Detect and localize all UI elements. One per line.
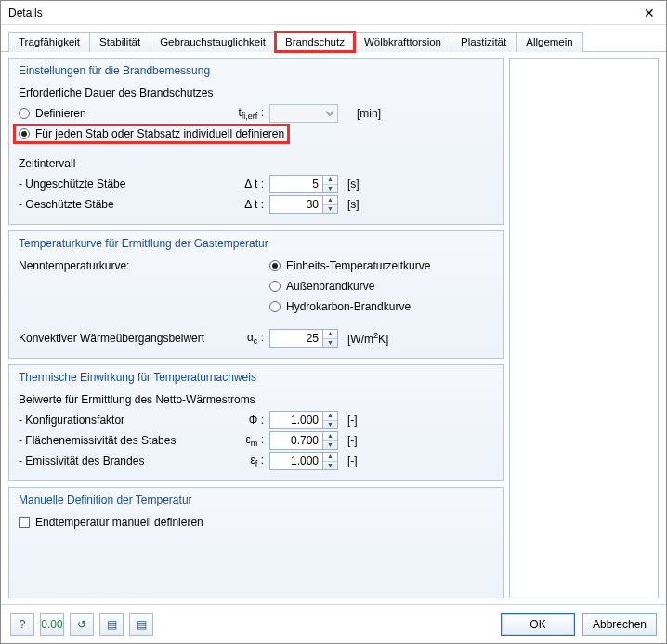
radio-dot-icon [269, 281, 281, 292]
radio-dot-icon [269, 301, 281, 312]
beiwerte-label: Beiwerte für Ermittlung des Netto-Wärmes… [19, 393, 255, 406]
duration-label: Erforderliche Dauer des Brandschutzes [19, 86, 213, 99]
spinner[interactable]: ▲▼ [323, 195, 338, 214]
t-fi-erf-symbol: tfi,erf : [232, 106, 269, 121]
check-endtemperatur[interactable]: Endtemperatur manuell definieren [19, 516, 203, 529]
tab-woelbkrafttorsion[interactable]: Wölbkrafttorsion [354, 32, 451, 52]
ok-button[interactable]: OK [501, 613, 575, 636]
unit-s: [s] [340, 198, 360, 211]
unprotected-label: - Ungeschützte Stäbe [19, 177, 232, 191]
unit-dimless: [-] [340, 454, 358, 467]
radio-aussenbrand[interactable]: Außenbrandkurve [269, 280, 374, 293]
reset-icon[interactable]: ↺ [70, 613, 94, 636]
tab-plastizitaet[interactable]: Plastizität [451, 32, 517, 52]
dt-unprotected-input[interactable] [269, 175, 323, 193]
spinner[interactable]: ▲▼ [323, 431, 338, 450]
checkbox-icon [19, 517, 30, 528]
dt-symbol: Δ t : [232, 198, 269, 211]
close-icon[interactable]: ✕ [638, 4, 660, 22]
radio-definieren[interactable]: Definieren [19, 107, 232, 120]
group-title: Einstellungen für die Brandbemessung [19, 64, 493, 77]
alpha-label: Konvektiver Wärmeübergangsbeiwert [19, 332, 232, 345]
spinner[interactable]: ▲▼ [323, 411, 338, 429]
alpha-input[interactable] [269, 329, 323, 348]
tab-gebrauchstauglichkeit[interactable]: Gebrauchstauglichkeit [150, 32, 276, 52]
interval-label: Zeitintervall [19, 157, 75, 170]
details-dialog: Details ✕ Tragfähigkeit Stabilität Gebra… [0, 0, 667, 644]
protected-label: - Geschützte Stäbe [19, 198, 232, 211]
tab-tragfaehigkeit[interactable]: Tragfähigkeit [8, 32, 90, 52]
preview-panel [509, 58, 659, 598]
group-title: Temperaturkurve für Ermittlung der Gaste… [19, 237, 493, 250]
tab-bar: Tragfähigkeit Stabilität Gebrauchstaugli… [1, 25, 666, 52]
group-title: Manuelle Definition der Temperatur [19, 493, 493, 506]
radio-hydrokarbon[interactable]: Hydrokarbon-Brandkurve [269, 300, 411, 313]
radio-dot-icon [19, 128, 30, 139]
tab-allgemein[interactable]: Allgemein [516, 32, 583, 52]
radio-einheits[interactable]: Einheits-Temperaturzeitkurve [269, 259, 430, 272]
left-panel: Einstellungen für die Brandbemessung Erf… [8, 58, 504, 598]
radio-dot-icon [269, 260, 281, 271]
group-title: Thermische Einwirkung für Temperaturnach… [19, 371, 493, 384]
alpha-symbol: αc : [232, 331, 269, 346]
radio-per-member[interactable]: Für jeden Stab oder Stabsatz individuell… [15, 125, 288, 142]
eps-f-label: - Emissivität des Brandes [19, 454, 232, 467]
eps-f-symbol: εf : [232, 453, 269, 468]
unit-s: [s] [340, 177, 360, 191]
eps-m-label: - Flächenemissivität des Stabes [19, 434, 232, 447]
phi-label: - Konfigurationsfaktor [19, 414, 232, 427]
phi-symbol: Φ : [232, 414, 269, 427]
window-title: Details [8, 7, 43, 20]
group-brandbemessung: Einstellungen für die Brandbemessung Erf… [8, 58, 504, 225]
tab-brandschutz[interactable]: Brandschutz [275, 32, 355, 52]
tab-stabilitaet[interactable]: Stabilität [89, 32, 150, 52]
eps-m-input[interactable] [269, 431, 323, 450]
unit-min: [min] [349, 107, 381, 120]
eps-f-input[interactable] [269, 452, 323, 470]
dt-protected-input[interactable] [269, 195, 323, 214]
phi-input[interactable] [269, 411, 323, 429]
spinner[interactable]: ▲▼ [323, 329, 338, 348]
unit-dimless: [-] [340, 434, 358, 447]
duration-combo[interactable] [269, 104, 338, 123]
footer: ? 0.00 ↺ ▤ ▤ OK Abbrechen [1, 604, 666, 643]
unit-wm2k: [W/m2K] [340, 331, 388, 346]
spinner[interactable]: ▲▼ [323, 175, 338, 193]
unit-dimless: [-] [340, 414, 358, 427]
units-icon[interactable]: 0.00 [40, 613, 64, 636]
radio-dot-icon [19, 108, 30, 119]
help-icon[interactable]: ? [10, 613, 34, 636]
settings-icon-1[interactable]: ▤ [99, 613, 124, 636]
spinner[interactable]: ▲▼ [323, 452, 338, 470]
curve-label: Nenntemperaturkurve: [19, 259, 269, 272]
group-thermische-einwirkung: Thermische Einwirkung für Temperaturnach… [8, 364, 504, 481]
group-manuelle-temperatur: Manuelle Definition der Temperatur Endte… [8, 487, 504, 598]
eps-m-symbol: εm : [232, 433, 269, 448]
group-temperaturkurve: Temperaturkurve für Ermittlung der Gaste… [8, 230, 504, 359]
cancel-button[interactable]: Abbrechen [582, 613, 657, 636]
settings-icon-2[interactable]: ▤ [129, 613, 153, 636]
titlebar: Details ✕ [1, 1, 666, 25]
dt-symbol: Δ t : [232, 177, 269, 191]
